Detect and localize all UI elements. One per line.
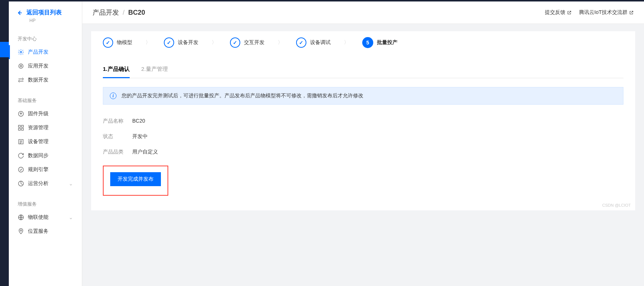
steps-bar: ✓ 物模型 〉 ✓ 设备开发 〉 ✓ 交互开发 〉 ✓ 设备调试 〉 <box>91 31 635 54</box>
tabs: 1.产品确认 2.量产管理 <box>103 63 623 78</box>
step-label: 设备开发 <box>178 39 198 46</box>
sidebar-item-resources[interactable]: 资源管理 <box>9 121 82 135</box>
tab-mass-manage[interactable]: 2.量产管理 <box>141 63 168 78</box>
field-label: 产品品类 <box>103 149 132 155</box>
flow-icon <box>18 77 24 83</box>
sidebar-item-firmware[interactable]: 固件升级 <box>9 107 82 121</box>
globe-icon <box>18 214 24 221</box>
content-card: 1.产品确认 2.量产管理 i 您的产品开发完并测试后，可进行批量投产。产品发布… <box>91 54 635 210</box>
sidebar-item-devices[interactable]: 设备管理 <box>9 135 82 149</box>
section-heading-dev: 开发中心 <box>9 33 82 45</box>
list-icon <box>18 138 24 145</box>
svg-point-9 <box>18 167 24 172</box>
step-label: 设备调试 <box>310 39 331 46</box>
check-icon: ✓ <box>103 37 113 48</box>
step-model[interactable]: ✓ 物模型 <box>103 37 132 48</box>
watermark: CSDN @LCIOT <box>602 203 631 207</box>
breadcrumb-current: BC20 <box>128 9 145 17</box>
svg-rect-7 <box>22 128 24 130</box>
check-icon: ✓ <box>164 37 174 48</box>
sidebar-item-label: 固件升级 <box>28 111 48 117</box>
step-device-dev[interactable]: ✓ 设备开发 <box>164 37 198 48</box>
svg-rect-6 <box>18 128 20 130</box>
section-heading-vas: 增值服务 <box>9 198 82 210</box>
field-value: 用户自定义 <box>132 149 158 155</box>
highlight-box: 开发完成并发布 <box>103 166 168 196</box>
sidebar-item-rules[interactable]: 规则引擎 <box>9 163 82 177</box>
svg-rect-5 <box>22 125 24 127</box>
svg-rect-4 <box>18 125 20 127</box>
sidebar-item-data-dev[interactable]: 数据开发 <box>9 73 82 87</box>
rail-item[interactable] <box>0 73 9 88</box>
sidebar-item-sync[interactable]: 数据同步 <box>9 149 82 163</box>
rules-icon <box>18 166 24 173</box>
chevron-right-icon: 〉 <box>145 39 151 46</box>
rail-item-active[interactable] <box>0 42 9 57</box>
sidebar-item-app-dev[interactable]: 应用开发 <box>9 59 82 73</box>
section-heading-base: 基础服务 <box>9 94 82 107</box>
chevron-down-icon: ⌄ <box>69 181 73 187</box>
step-interaction[interactable]: ✓ 交互开发 <box>230 37 265 48</box>
svg-point-2 <box>20 65 22 67</box>
external-icon <box>567 10 572 15</box>
feedback-link[interactable]: 提交反馈 <box>545 9 572 16</box>
breadcrumb-root[interactable]: 产品开发 <box>93 8 119 17</box>
sidebar: 返回项目列表 HP 开发中心 产品开发 应用开发 数据开发 基础服务 固件升级 <box>9 1 82 286</box>
sidebar-item-label: 资源管理 <box>28 124 48 131</box>
back-to-projects[interactable]: 返回项目列表 <box>9 1 82 18</box>
sidebar-item-location[interactable]: 位置服务 <box>9 224 82 238</box>
step-debug[interactable]: ✓ 设备调试 <box>296 37 331 48</box>
check-icon: ✓ <box>296 37 306 48</box>
banner-text: 您的产品开发完并测试后，可进行批量投产。产品发布后产品物模型将不可修改，需撤销发… <box>122 93 363 99</box>
info-icon: i <box>110 93 116 99</box>
step-production[interactable]: 5 批量投产 <box>362 37 397 48</box>
svg-point-0 <box>20 51 22 53</box>
info-banner: i 您的产品开发完并测试后，可进行批量投产。产品发布后产品物模型将不可修改，需撤… <box>103 87 623 105</box>
page-header: 产品开发 / BC20 提交反馈 腾讯云IoT技术交流群 <box>82 1 644 24</box>
sidebar-item-label: 应用开发 <box>28 63 48 69</box>
field-label: 产品名称 <box>103 118 132 124</box>
step-label: 批量投产 <box>377 39 397 46</box>
check-icon: ✓ <box>230 37 240 48</box>
field-value: 开发中 <box>132 133 148 140</box>
sidebar-item-label: 数据同步 <box>28 152 48 159</box>
back-label: 返回项目列表 <box>26 9 62 17</box>
tab-confirm[interactable]: 1.产品确认 <box>103 63 130 78</box>
sidebar-item-product-dev[interactable]: 产品开发 <box>9 45 82 59</box>
gear-icon <box>18 49 24 55</box>
sidebar-item-label: 产品开发 <box>28 49 48 55</box>
step-label: 物模型 <box>117 39 132 46</box>
chevron-right-icon: 〉 <box>212 39 217 46</box>
nav-rail <box>0 1 9 286</box>
field-label: 状态 <box>103 133 132 140</box>
target-icon <box>18 63 24 69</box>
svg-point-1 <box>19 64 23 68</box>
chevron-right-icon: 〉 <box>344 39 349 46</box>
arrow-left-icon <box>16 10 23 16</box>
back-sub: HP <box>9 18 82 23</box>
sidebar-item-label: 位置服务 <box>28 228 48 235</box>
breadcrumb: 产品开发 / BC20 <box>93 8 145 17</box>
sidebar-item-label: 数据开发 <box>28 77 48 83</box>
sidebar-item-iot-enable[interactable]: 物联使能 ⌄ <box>9 210 82 224</box>
field-category: 产品品类 用户自定义 <box>103 144 623 160</box>
rail-item[interactable] <box>0 57 9 73</box>
chevron-down-icon: ⌄ <box>69 214 73 220</box>
field-status: 状态 开发中 <box>103 129 623 144</box>
upgrade-icon <box>18 111 24 117</box>
step-number: 5 <box>362 37 373 48</box>
svg-point-12 <box>20 230 22 231</box>
sync-icon <box>18 152 24 159</box>
field-product-name: 产品名称 BC20 <box>103 113 623 129</box>
breadcrumb-sep: / <box>123 9 125 17</box>
group-link[interactable]: 腾讯云IoT技术交流群 <box>579 9 634 16</box>
sidebar-item-analytics[interactable]: 运营分析 ⌄ <box>9 177 82 191</box>
sidebar-item-label: 规则引擎 <box>28 166 48 173</box>
pin-icon <box>18 228 24 235</box>
sidebar-item-label: 设备管理 <box>28 138 48 145</box>
external-icon <box>629 10 634 15</box>
step-label: 交互开发 <box>244 39 265 46</box>
publish-button[interactable]: 开发完成并发布 <box>110 172 161 186</box>
chart-icon <box>18 180 24 187</box>
field-value: BC20 <box>132 118 145 124</box>
